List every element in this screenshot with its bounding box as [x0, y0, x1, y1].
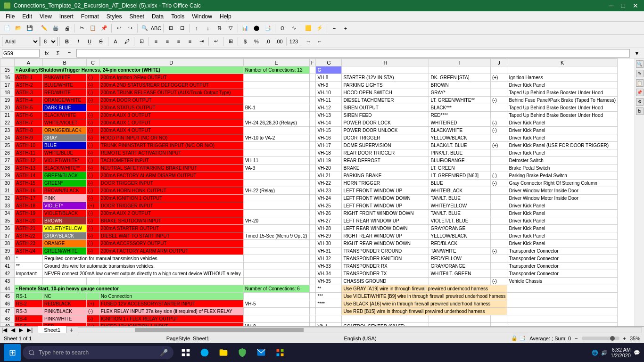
cell-F43[interactable] — [309, 278, 316, 285]
cell-A44[interactable]: • Remote Start, 10-pin heavy gauge conne… — [15, 285, 244, 293]
cell-D38[interactable]: 200mA ACCESSORY OUTPUT — [99, 240, 243, 247]
merge-cells[interactable]: ⊞ — [225, 36, 236, 47]
save-button[interactable]: 💾 — [25, 23, 35, 33]
cell-I48[interactable] — [429, 315, 490, 323]
cell-J31[interactable] — [490, 187, 507, 195]
cell-B21[interactable]: BLACK/WHITE — [43, 112, 87, 119]
cell-C18[interactable]: (-) — [87, 89, 99, 97]
cell-H18[interactable]: HOOD OPEN SWITCH — [342, 89, 429, 97]
cell-H32[interactable]: LEFT FRONT WINDOW DOWN — [342, 195, 429, 202]
cell-D33[interactable]: DOOR TRIGGER INPUT — [99, 202, 243, 210]
cell-A19[interactable]: ASTH-4 — [15, 97, 43, 104]
zoom-in[interactable]: + — [340, 23, 351, 33]
highlight-button[interactable]: 🖍 — [122, 36, 132, 47]
menu-help[interactable]: Help — [216, 12, 235, 21]
col-header-I[interactable]: I — [429, 59, 490, 66]
cell-F35[interactable] — [309, 217, 316, 225]
menu-window[interactable]: Window — [188, 12, 216, 21]
cell-A43[interactable] — [15, 278, 43, 285]
cell-D20[interactable]: 200mA STATUS OUTPUT — [99, 104, 243, 112]
cell-A41[interactable]: ** — [15, 263, 43, 270]
edge-browser-icon[interactable] — [196, 344, 213, 361]
italic-button[interactable]: I — [73, 36, 83, 47]
cell-H24[interactable]: DOOR TRIGGER — [342, 134, 429, 142]
cell-A20[interactable]: ASTH-5 — [15, 104, 43, 112]
cell-K42[interactable]: Transponder Connector — [507, 270, 618, 278]
cell-A34[interactable]: ASTH-19 — [15, 210, 43, 217]
cell-E44[interactable]: Number of Connections: 6 — [243, 285, 309, 293]
cell-I16[interactable]: DK. GREEN [STA] — [429, 74, 490, 82]
special-char-button[interactable]: Ω — [277, 23, 288, 33]
cell-D35[interactable]: BRAKE SHUTDOWN INPUT — [99, 217, 243, 225]
cell-A45[interactable]: RS-1 — [15, 293, 43, 300]
cell-D19[interactable]: 200mA DOOR OUTPUT — [99, 97, 243, 104]
cell-F33[interactable] — [309, 202, 316, 210]
cell-D18[interactable]: 200mA TRUNK RELEASE OUTPUT (AUX/Trunk Ou… — [99, 89, 243, 97]
cell-J25[interactable]: (+) — [490, 142, 507, 149]
cell-C17[interactable]: (-) — [87, 82, 99, 89]
cell-E49[interactable]: VH-8 — [243, 323, 309, 327]
cell-F39[interactable] — [309, 247, 316, 255]
cell-H38[interactable]: RIGHT REAR WINDOW DOWN — [342, 240, 429, 247]
cell-C49[interactable]: (+) — [87, 323, 99, 327]
row-num[interactable]: 30 — [0, 180, 15, 187]
pie-button[interactable]: ⬤ — [251, 23, 262, 33]
cell-K40[interactable]: Transponder Connector — [507, 255, 618, 263]
cell-J48[interactable] — [490, 315, 507, 323]
cell-C32[interactable]: (-) — [87, 195, 99, 202]
cell-E15[interactable]: Number of Connections: 12 — [243, 66, 309, 74]
cell-G32[interactable]: VH-24 — [316, 195, 342, 202]
col-header-A[interactable]: A — [15, 59, 43, 66]
cell-B30[interactable]: GREEN* — [43, 180, 87, 187]
row-num[interactable]: 19 — [0, 97, 15, 104]
cell-C36[interactable]: (-) — [87, 225, 99, 232]
status-zoom-out[interactable]: − — [575, 336, 578, 341]
cell-B23[interactable]: ORANGE/BLACK — [43, 127, 87, 134]
cell-D16[interactable]: 200mA Ignition 2/Flex OUTPUT — [99, 74, 243, 82]
cell-K32[interactable]: Driver Window Motor Inside Door — [507, 195, 618, 202]
cell-E35[interactable]: VH-20 — [243, 217, 309, 225]
cell-I42[interactable]: WHITE/LT. GREEN — [429, 270, 490, 278]
zoom-slider-track[interactable] — [582, 337, 619, 340]
apps-icon[interactable] — [272, 344, 289, 361]
cell-K29[interactable]: Parking Brake Pedal Switch — [507, 172, 618, 180]
open-button[interactable]: 📂 — [13, 23, 24, 33]
cell-G26[interactable]: VH-18 — [316, 149, 342, 157]
cell-D22[interactable]: 200mA AUX 1 OUTPUT — [99, 119, 243, 127]
cell-G42[interactable]: VH-34 — [316, 270, 342, 278]
cell-K34[interactable]: Driver Kick Panel — [507, 210, 618, 217]
cell-I19[interactable]: LT. GREEN/WHITE** — [429, 97, 490, 104]
cell-H21[interactable]: SIREN FEED — [342, 112, 429, 119]
cell-D25[interactable]: TRUNK PININSTART TRIGGER INPUT (N/C OR N… — [99, 142, 243, 149]
cell-I20[interactable]: BLACK*** — [429, 104, 490, 112]
cell-H29[interactable]: PARKING BRAKE — [342, 172, 429, 180]
cell-I29[interactable]: LT. GREEN/RED [N63] — [429, 172, 490, 180]
cell-G43[interactable]: VH-35 — [316, 278, 342, 285]
network-icon[interactable]: 🌐 — [592, 350, 598, 356]
menu-view[interactable]: View — [36, 12, 56, 21]
cell-F18[interactable] — [309, 89, 316, 97]
cell-I33[interactable]: WHITE/YELLOW — [429, 202, 490, 210]
justify[interactable]: ≡ — [185, 36, 195, 47]
column-button[interactable]: ⊟ — [177, 23, 187, 33]
cell-J39[interactable]: (-) — [490, 247, 507, 255]
cell-E27[interactable]: VH-11 — [243, 157, 309, 165]
cell-H43[interactable]: CHASSIS GROUND — [342, 278, 429, 285]
cell-J49[interactable] — [490, 323, 507, 327]
cell-I40[interactable]: RED/YELLOW — [429, 255, 490, 263]
cell-C25[interactable]: (-) — [87, 142, 99, 149]
align-left[interactable]: ≡ — [151, 36, 161, 47]
volume-icon[interactable]: 🔊 — [601, 350, 608, 356]
task-view-button[interactable] — [177, 344, 194, 361]
percent-button[interactable]: % — [251, 36, 262, 47]
row-num[interactable]: 41 — [0, 263, 15, 270]
cell-I36[interactable]: GRAY/ORANGE — [429, 225, 490, 232]
cell-E28[interactable]: VA-3 — [243, 165, 309, 172]
style-btn[interactable]: 🟨 — [303, 23, 314, 33]
cell-D43[interactable] — [99, 278, 243, 285]
insert-table-button[interactable]: ⊞ — [165, 23, 176, 33]
row-num[interactable]: 34 — [0, 210, 15, 217]
cell-C19[interactable]: (-) — [87, 97, 99, 104]
cell-E47[interactable] — [243, 308, 309, 315]
paste-button[interactable]: 📌 — [99, 23, 109, 33]
